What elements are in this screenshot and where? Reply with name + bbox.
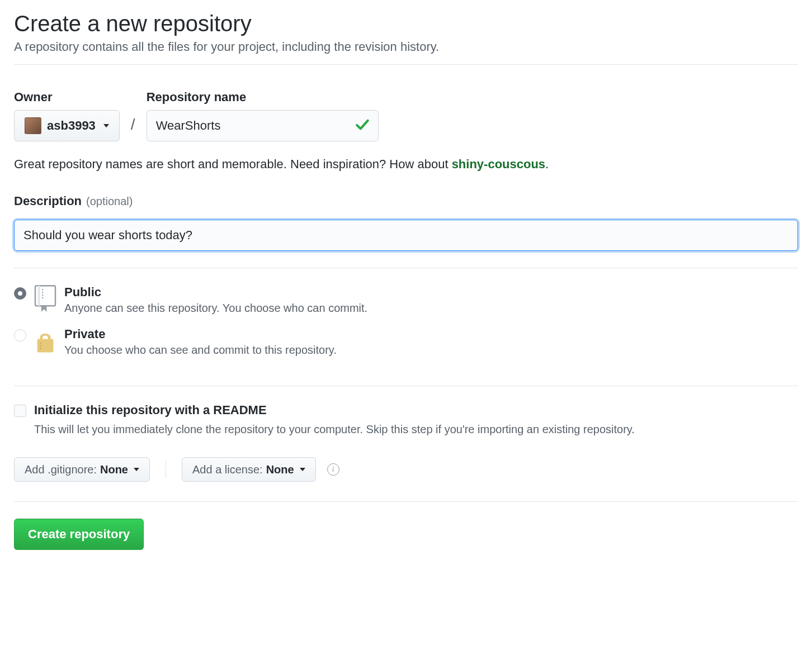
owner-select-button[interactable]: asb3993 <box>14 110 120 141</box>
svg-rect-1 <box>38 286 40 306</box>
description-input[interactable] <box>14 220 798 251</box>
visibility-private-option[interactable]: Private You choose who can see and commi… <box>14 327 798 357</box>
visibility-public-option[interactable]: Public Anyone can see this repository. Y… <box>14 285 798 315</box>
radio-private[interactable] <box>14 329 26 341</box>
divider <box>14 386 798 386</box>
divider <box>14 64 798 65</box>
repo-name-input[interactable] <box>147 110 379 141</box>
radio-public[interactable] <box>14 287 26 300</box>
avatar <box>25 117 41 134</box>
public-title: Public <box>64 285 367 300</box>
lock-icon <box>34 327 56 356</box>
divider <box>166 461 166 478</box>
optional-tag: (optional) <box>86 195 133 208</box>
init-readme-checkbox[interactable] <box>14 405 26 417</box>
public-desc: Anyone can see this repository. You choo… <box>64 302 367 315</box>
svg-point-2 <box>42 289 43 290</box>
divider <box>14 501 798 502</box>
caret-down-icon <box>134 468 139 471</box>
check-icon <box>355 117 370 134</box>
repo-icon <box>34 285 56 314</box>
page-subtitle: A repository contains all the files for … <box>14 40 798 54</box>
caret-down-icon <box>300 468 305 471</box>
owner-label: Owner <box>14 90 120 105</box>
create-repository-button[interactable]: Create repository <box>14 519 144 550</box>
caret-down-icon <box>103 124 109 127</box>
svg-point-7 <box>40 343 41 344</box>
svg-point-8 <box>40 345 41 346</box>
license-select-button[interactable]: Add a license: None <box>182 457 316 482</box>
suggestion-link[interactable]: shiny-couscous <box>452 157 545 171</box>
divider <box>14 268 798 268</box>
init-readme-desc: This will let you immediately clone the … <box>34 421 649 438</box>
svg-rect-6 <box>37 339 54 353</box>
init-readme-label: Initialize this repository with a README <box>34 403 267 417</box>
repo-name-hint: Great repository names are short and mem… <box>14 157 798 172</box>
info-icon[interactable]: i <box>327 463 339 476</box>
slash-separator: / <box>126 116 140 141</box>
page-title: Create a new repository <box>14 11 798 36</box>
svg-point-5 <box>42 297 43 298</box>
private-title: Private <box>64 327 337 341</box>
svg-point-4 <box>42 295 43 296</box>
owner-username: asb3993 <box>47 118 96 133</box>
svg-point-9 <box>40 348 41 349</box>
gitignore-select-button[interactable]: Add .gitignore: None <box>14 457 150 482</box>
description-label: Description <box>14 194 82 208</box>
svg-point-3 <box>42 292 43 293</box>
private-desc: You choose who can see and commit to thi… <box>64 344 337 357</box>
repo-name-label: Repository name <box>147 90 379 105</box>
